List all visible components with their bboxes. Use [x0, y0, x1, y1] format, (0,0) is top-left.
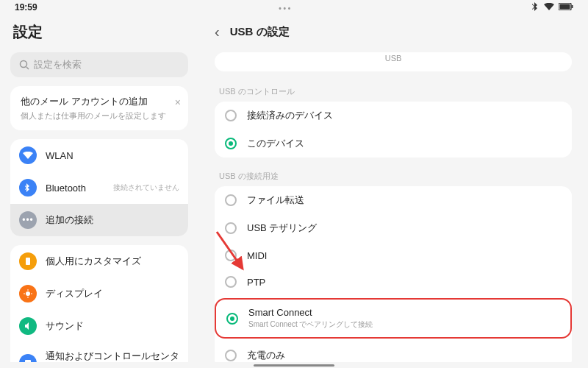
sidebar-item-label: サウンド	[46, 319, 179, 333]
radio-label: 接続済みのデバイス	[247, 109, 333, 122]
handle-dots: • • •	[279, 4, 290, 10]
top-collapsed-card[interactable]: USB	[215, 52, 572, 71]
section-usb-use: USB の接続用途	[215, 163, 572, 186]
search-input[interactable]: 設定を検索	[10, 52, 188, 77]
radio-label: ファイル転送	[247, 194, 304, 207]
radio-icon	[226, 313, 238, 325]
sidebar-item-label: 追加の接続	[46, 213, 179, 227]
sidebar-item-sound[interactable]: サウンド	[10, 310, 188, 342]
radio-icon	[225, 222, 237, 234]
radio-label: Smart Connect	[248, 307, 373, 318]
radio-label: USB テザリング	[247, 222, 317, 235]
radio-icon	[225, 350, 237, 361]
detail-pane: ‹ USB の設定 USB USB のコントロール 接続済みのデバイス このデバ…	[198, 15, 588, 362]
page-title: 設定	[10, 15, 188, 52]
bluetooth-icon	[19, 179, 37, 197]
display-icon	[19, 285, 37, 302]
close-icon[interactable]: ×	[175, 96, 181, 108]
radio-icon	[225, 276, 237, 288]
back-button[interactable]: ‹	[215, 24, 220, 40]
sidebar-item-notifications[interactable]: 通知およびコントロールセンター	[10, 342, 188, 362]
sidebar-item-label: ディスプレイ	[46, 287, 179, 300]
annotation-highlight: Smart Connect Smart Connect でペアリングして接続	[215, 298, 572, 339]
radio-sublabel: Smart Connect でペアリングして接続	[248, 319, 373, 330]
radio-label: このデバイス	[247, 137, 304, 150]
radio-file-transfer[interactable]: ファイル転送	[215, 186, 572, 214]
sound-icon	[19, 317, 37, 335]
radio-midi[interactable]: MIDI	[215, 242, 572, 269]
wifi-icon	[19, 146, 37, 164]
nav-indicator	[254, 364, 334, 367]
addmail-title: 他のメール アカウントの追加	[21, 95, 178, 108]
section-usb-control: USB のコントロール	[215, 79, 572, 102]
status-time: 19:59	[15, 2, 37, 13]
sidebar-item-display[interactable]: ディスプレイ	[10, 277, 188, 310]
radio-this-device[interactable]: このデバイス	[215, 130, 572, 158]
usb-use-group: ファイル転送 USB テザリング MIDI PTP Smart Connect	[215, 186, 572, 362]
sidebar-item-wlan[interactable]: WLAN	[10, 139, 188, 171]
radio-charge-only[interactable]: 充電のみ	[215, 342, 572, 362]
bluetooth-status: 接続されていません	[113, 183, 179, 193]
radio-icon	[225, 194, 237, 206]
sidebar-item-bluetooth[interactable]: Bluetooth 接続されていません	[10, 171, 188, 204]
svg-point-3	[21, 61, 27, 68]
usb-control-group: 接続済みのデバイス このデバイス	[215, 102, 572, 158]
radio-icon	[225, 250, 237, 261]
personalize-icon	[19, 252, 37, 270]
notification-icon	[19, 354, 37, 362]
battery-status-icon	[559, 2, 573, 13]
svg-rect-5	[26, 258, 30, 265]
radio-icon	[225, 110, 237, 121]
wifi-status-icon	[544, 2, 554, 13]
search-icon	[19, 60, 29, 70]
sidebar-item-more-connections[interactable]: ••• 追加の接続	[10, 204, 188, 236]
svg-point-6	[26, 291, 30, 296]
search-placeholder: 設定を検索	[34, 58, 82, 71]
radio-smart-connect[interactable]: Smart Connect Smart Connect でペアリングして接続	[216, 300, 570, 337]
radio-ptp[interactable]: PTP	[215, 269, 572, 295]
svg-rect-11	[25, 360, 31, 362]
detail-title: USB の設定	[230, 25, 290, 39]
radio-label: PTP	[247, 277, 265, 288]
radio-label: 充電のみ	[247, 349, 285, 362]
sidebar: 設定 設定を検索 他のメール アカウントの追加 個人または仕事用のメールを設定し…	[0, 15, 198, 362]
more-icon: •••	[19, 211, 37, 229]
sidebar-item-label: Bluetooth	[46, 183, 104, 194]
network-group: WLAN Bluetooth 接続されていません ••• 追加の接続	[10, 139, 188, 236]
svg-rect-2	[571, 5, 573, 8]
svg-line-4	[26, 67, 29, 69]
radio-usb-tethering[interactable]: USB テザリング	[215, 214, 572, 242]
bluetooth-status-icon	[532, 2, 539, 13]
svg-rect-1	[559, 4, 570, 10]
radio-connected-device[interactable]: 接続済みのデバイス	[215, 102, 572, 130]
radio-label: MIDI	[247, 250, 267, 261]
add-mail-card[interactable]: 他のメール アカウントの追加 個人または仕事用のメールを設定します ×	[10, 86, 188, 130]
addmail-sub: 個人または仕事用のメールを設定します	[21, 110, 178, 121]
radio-icon	[225, 138, 237, 149]
sidebar-item-label: WLAN	[46, 150, 179, 161]
sidebar-item-personalize[interactable]: 個人用にカスタマイズ	[10, 245, 188, 277]
display-group: 個人用にカスタマイズ ディスプレイ サウンド 通知およびコントロールセンター	[10, 245, 188, 362]
sidebar-item-label: 通知およびコントロールセンター	[46, 350, 179, 362]
sidebar-item-label: 個人用にカスタマイズ	[46, 255, 179, 268]
